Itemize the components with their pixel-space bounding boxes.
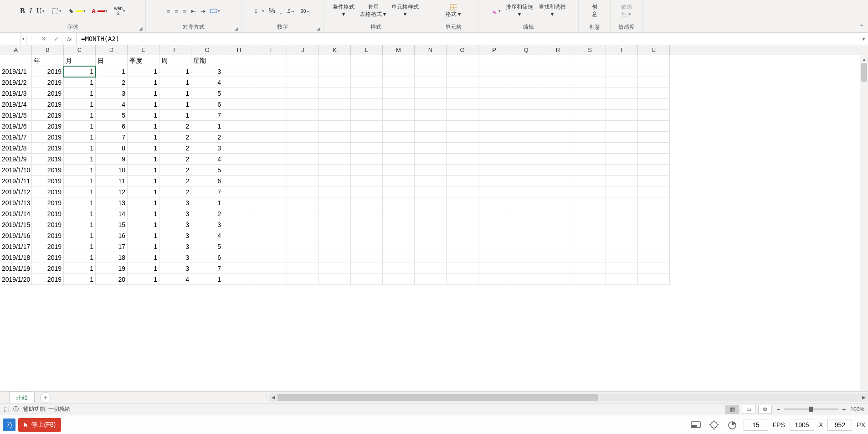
data-cell[interactable]: 3 (191, 66, 223, 77)
data-cell[interactable] (319, 230, 351, 241)
zoom-track[interactable] (784, 408, 838, 410)
scroll-left-button[interactable]: ◀ (269, 393, 277, 402)
data-cell[interactable] (223, 263, 255, 274)
data-cell[interactable]: 2 (159, 132, 191, 143)
column-header-G[interactable]: G (191, 45, 223, 55)
data-cell[interactable] (255, 219, 287, 230)
normal-view-button[interactable]: ▦ (725, 405, 739, 414)
data-cell[interactable] (351, 77, 383, 88)
data-cell[interactable]: 2019/1/7 (0, 132, 32, 143)
column-header-T[interactable]: T (606, 45, 638, 55)
data-cell[interactable]: 1 (128, 197, 159, 208)
data-cell[interactable] (606, 274, 638, 285)
data-cell[interactable] (319, 263, 351, 274)
data-cell[interactable] (510, 274, 542, 285)
data-cell[interactable] (223, 165, 255, 176)
page-layout-button[interactable]: ▭ (742, 405, 755, 414)
data-cell[interactable] (478, 121, 510, 132)
data-cell[interactable] (223, 252, 255, 263)
alignment-dialog-launcher[interactable]: ◢ (235, 26, 240, 31)
data-cell[interactable]: 2019/1/20 (0, 274, 32, 285)
data-cell[interactable] (606, 121, 638, 132)
data-cell[interactable]: 1 (128, 154, 159, 165)
data-cell[interactable] (478, 208, 510, 219)
data-cell[interactable]: 1 (64, 274, 96, 285)
decrease-indent-button[interactable]: ⇤ (190, 7, 197, 16)
data-cell[interactable]: 1 (64, 77, 96, 88)
recorder-timer-icon[interactable] (725, 418, 739, 432)
data-cell[interactable] (255, 230, 287, 241)
data-cell[interactable] (542, 230, 574, 241)
column-header-S[interactable]: S (574, 45, 606, 55)
data-cell[interactable] (255, 132, 287, 143)
data-cell[interactable] (319, 99, 351, 110)
enter-formula-button[interactable]: ✓ (50, 33, 63, 45)
data-cell[interactable] (510, 77, 542, 88)
header-cell[interactable]: 年 (32, 55, 64, 66)
recorder-screen-icon[interactable] (689, 418, 703, 432)
data-cell[interactable]: 1 (64, 99, 96, 110)
data-cell[interactable]: 2019 (32, 77, 64, 88)
data-cell[interactable] (638, 208, 670, 219)
recorder-height-input[interactable] (827, 419, 852, 431)
data-cell[interactable] (574, 241, 606, 252)
fx-label[interactable]: fx (63, 33, 77, 45)
data-cell[interactable] (223, 197, 255, 208)
data-cell[interactable] (606, 165, 638, 176)
data-cell[interactable]: 1 (64, 252, 96, 263)
data-cell[interactable] (351, 121, 383, 132)
data-cell[interactable]: 2019 (32, 252, 64, 263)
data-cell[interactable] (383, 66, 415, 77)
rows-viewport[interactable]: 年月日季度周星期 2019/1/12019111132019/1/2201912… (0, 55, 868, 401)
data-cell[interactable] (478, 143, 510, 154)
data-cell[interactable]: 3 (159, 252, 191, 263)
column-header-J[interactable]: J (287, 45, 319, 55)
data-cell[interactable] (510, 252, 542, 263)
data-cell[interactable]: 1 (128, 241, 159, 252)
merge-button[interactable]: ▾ (209, 6, 221, 16)
data-cell[interactable] (415, 154, 447, 165)
data-cell[interactable]: 1 (128, 274, 159, 285)
data-cell[interactable] (415, 99, 447, 110)
data-cell[interactable]: 4 (191, 77, 223, 88)
data-cell[interactable] (638, 143, 670, 154)
data-cell[interactable] (383, 110, 415, 121)
data-cell[interactable]: 9 (96, 154, 128, 165)
data-cell[interactable] (287, 263, 319, 274)
align-right-button[interactable]: ≡ (181, 7, 188, 16)
pinyin-button[interactable]: wén文▾ (113, 5, 127, 16)
data-cell[interactable]: 1 (159, 66, 191, 77)
recorder-left-button[interactable]: 7) (3, 418, 15, 431)
data-cell[interactable]: 1 (159, 77, 191, 88)
data-cell[interactable] (574, 154, 606, 165)
data-cell[interactable] (606, 66, 638, 77)
horizontal-scrollbar[interactable]: ◀ ▶ (269, 392, 868, 403)
scroll-up-button[interactable]: ▲ (860, 55, 868, 63)
data-cell[interactable] (606, 143, 638, 154)
data-cell[interactable] (638, 77, 670, 88)
column-header-B[interactable]: B (32, 45, 64, 55)
data-cell[interactable] (319, 165, 351, 176)
data-cell[interactable] (415, 165, 447, 176)
data-cell[interactable]: 3 (159, 263, 191, 274)
data-cell[interactable] (638, 88, 670, 99)
data-cell[interactable] (574, 77, 606, 88)
data-cell[interactable]: 2019 (32, 274, 64, 285)
data-cell[interactable] (542, 186, 574, 197)
data-cell[interactable] (319, 186, 351, 197)
formula-bar-expand[interactable]: ▾ (859, 33, 868, 45)
data-cell[interactable]: 1 (64, 241, 96, 252)
horizontal-scroll-thumb[interactable] (277, 394, 598, 401)
data-cell[interactable]: 7 (191, 263, 223, 274)
data-cell[interactable] (383, 165, 415, 176)
recorder-width-input[interactable] (790, 419, 814, 431)
data-cell[interactable] (478, 252, 510, 263)
data-cell[interactable] (351, 110, 383, 121)
data-cell[interactable]: 2019/1/3 (0, 88, 32, 99)
data-cell[interactable] (447, 274, 478, 285)
data-cell[interactable] (638, 154, 670, 165)
data-cell[interactable] (255, 176, 287, 186)
data-cell[interactable]: 1 (128, 143, 159, 154)
data-cell[interactable] (287, 121, 319, 132)
data-cell[interactable] (415, 274, 447, 285)
